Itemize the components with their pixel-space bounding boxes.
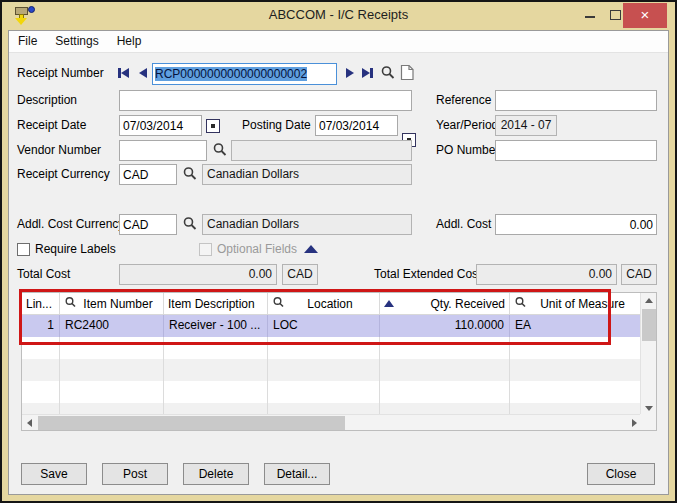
scroll-up-icon[interactable] xyxy=(641,293,656,308)
addl-cost-currency-label: Addl. Cost Currency xyxy=(17,214,124,235)
last-record-icon[interactable] xyxy=(359,64,375,82)
first-record-icon[interactable] xyxy=(115,64,131,82)
column-header-item-number[interactable]: Item Number xyxy=(60,293,164,314)
receipt-currency-finder-icon[interactable] xyxy=(182,166,198,182)
column-header-line[interactable]: Lin... xyxy=(22,293,60,314)
receipt-finder-icon[interactable] xyxy=(380,65,396,81)
receipt-currency-input[interactable] xyxy=(119,164,177,185)
menu-help[interactable]: Help xyxy=(108,31,151,52)
grid-header-row: Lin... Item Number Item Description Loca… xyxy=(22,293,656,315)
cell-location[interactable]: LOC xyxy=(268,315,380,337)
optional-fields-zoom-icon[interactable] xyxy=(304,245,318,253)
total-cost-currency: CAD xyxy=(282,264,318,285)
addl-cost-input[interactable] xyxy=(495,214,657,235)
column-header-qty-received[interactable]: Qty. Received xyxy=(380,293,510,314)
next-record-icon[interactable] xyxy=(342,64,358,82)
previous-record-icon[interactable] xyxy=(135,64,151,82)
description-input[interactable] xyxy=(119,90,412,111)
new-receipt-icon[interactable] xyxy=(400,64,415,81)
table-row[interactable]: 1 RC2400 Receiver - 100 ... LOC 110.0000… xyxy=(22,315,656,337)
close-icon[interactable]: × xyxy=(623,3,667,28)
form-area: Receipt Number RCP0000000000000000002 De… xyxy=(9,53,668,494)
menu-file[interactable]: File xyxy=(9,31,46,52)
posting-date-label: Posting Date xyxy=(242,115,311,136)
addl-cost-currency-name: Canadian Dollars xyxy=(202,214,412,235)
receipt-date-label: Receipt Date xyxy=(17,115,86,136)
receipt-date-calendar-icon[interactable] xyxy=(206,119,220,133)
po-number-input[interactable] xyxy=(495,140,657,161)
require-labels-label: Require Labels xyxy=(35,239,116,260)
menubar: File Settings Help xyxy=(9,31,668,53)
empty-grid-row xyxy=(22,381,656,403)
grid-horizontal-scrollbar[interactable] xyxy=(22,414,642,430)
description-label: Description xyxy=(17,90,77,111)
save-button[interactable]: Save xyxy=(21,463,87,485)
optional-fields-label: Optional Fields xyxy=(217,239,297,260)
cell-qty-received[interactable]: 110.0000 xyxy=(380,315,510,337)
receipt-details-grid: Lin... Item Number Item Description Loca… xyxy=(21,292,657,431)
receipt-number-input[interactable]: RCP0000000000000000002 xyxy=(152,63,337,85)
titlebar: ABCCOM - I/C Receipts × xyxy=(8,2,669,30)
total-extended-cost-label: Total Extended Cost xyxy=(374,264,481,285)
require-labels-checkbox[interactable] xyxy=(17,243,30,256)
cell-unit-of-measure[interactable]: EA xyxy=(510,315,642,337)
year-period-label: Year/Period xyxy=(436,115,498,136)
column-header-unit-of-measure[interactable]: Unit of Measure xyxy=(510,293,642,314)
ic-receipts-window: ABCCOM - I/C Receipts × File Settings He… xyxy=(0,0,677,503)
total-cost-label: Total Cost xyxy=(17,264,70,285)
cell-line-number[interactable]: 1 xyxy=(22,315,60,337)
receipt-currency-label: Receipt Currency xyxy=(17,164,110,185)
total-cost-value: 0.00 xyxy=(119,264,277,285)
post-button[interactable]: Post xyxy=(102,463,168,485)
empty-grid-row xyxy=(22,359,656,381)
finder-icon xyxy=(514,296,527,312)
finder-icon xyxy=(64,296,77,312)
sort-asc-icon xyxy=(384,300,394,307)
reference-input[interactable] xyxy=(495,90,657,111)
window-body: File Settings Help Receipt Number RCP000… xyxy=(8,30,669,495)
scroll-left-icon[interactable] xyxy=(22,415,37,430)
vendor-name-display xyxy=(231,140,412,161)
receipt-currency-name: Canadian Dollars xyxy=(202,164,412,185)
delete-button[interactable]: Delete xyxy=(183,463,249,485)
scrollbar-corner xyxy=(640,414,656,430)
finder-icon xyxy=(272,296,285,312)
addl-cost-currency-input[interactable] xyxy=(119,214,177,235)
column-header-location[interactable]: Location xyxy=(268,293,380,314)
receipt-number-label: Receipt Number xyxy=(17,63,104,84)
optional-fields-checkbox xyxy=(199,243,212,256)
year-period-value: 2014 - 07 xyxy=(495,115,557,136)
receipt-date-input[interactable] xyxy=(119,115,202,136)
reference-label: Reference xyxy=(436,90,491,111)
window-title: ABCCOM - I/C Receipts xyxy=(8,7,669,22)
total-extended-cost-value: 0.00 xyxy=(476,264,617,285)
grid-vertical-scrollbar[interactable] xyxy=(640,293,656,416)
horizontal-scrollbar-thumb[interactable] xyxy=(38,416,345,430)
detail-button[interactable]: Detail... xyxy=(264,463,330,485)
posting-date-input[interactable] xyxy=(315,115,398,136)
addl-cost-currency-finder-icon[interactable] xyxy=(182,216,198,232)
total-extended-cost-currency: CAD xyxy=(621,264,657,285)
close-button[interactable]: Close xyxy=(587,463,655,485)
cell-item-number[interactable]: RC2400 xyxy=(60,315,164,337)
addl-cost-label: Addl. Cost xyxy=(436,214,491,235)
cell-item-description[interactable]: Receiver - 100 ... xyxy=(164,315,268,337)
column-header-item-description[interactable]: Item Description xyxy=(164,293,268,314)
po-number-label: PO Number xyxy=(436,140,499,161)
vertical-scrollbar-thumb[interactable] xyxy=(642,309,656,341)
minimize-icon[interactable] xyxy=(585,16,595,18)
empty-grid-row xyxy=(22,337,656,359)
vendor-finder-icon[interactable] xyxy=(212,142,228,158)
maximize-icon[interactable] xyxy=(610,10,621,20)
vendor-number-label: Vendor Number xyxy=(17,140,101,161)
vendor-number-input[interactable] xyxy=(119,140,207,161)
menu-settings[interactable]: Settings xyxy=(46,31,107,52)
